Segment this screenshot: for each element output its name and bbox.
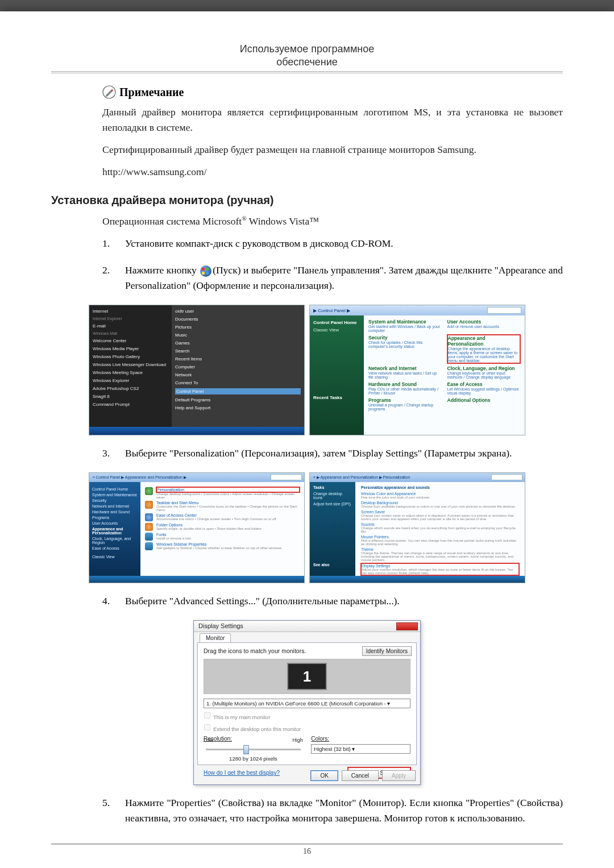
slider-thumb[interactable] bbox=[243, 745, 249, 754]
start-item[interactable]: Internet bbox=[93, 309, 168, 314]
pz-item[interactable]: SoundsChange which sounds are heard when… bbox=[361, 522, 519, 533]
start-item[interactable]: SnagIt 8 bbox=[93, 394, 168, 399]
pz-item[interactable]: ThemeChange the theme. Themes can change… bbox=[361, 547, 519, 562]
start-item[interactable]: Adobe Photoshop CS2 bbox=[93, 386, 168, 391]
task-link[interactable]: Change desktop icons bbox=[313, 492, 352, 500]
monitor-preview-area[interactable]: 1 bbox=[204, 659, 410, 694]
start-item[interactable]: Command Prompt bbox=[93, 402, 168, 407]
ap-item-desc: Accommodate low vision • Change screen r… bbox=[156, 517, 276, 521]
side-link[interactable]: Programs bbox=[92, 516, 138, 520]
identify-monitors-button[interactable]: Identify Monitors bbox=[362, 646, 412, 656]
start-option[interactable]: Recent Items bbox=[175, 356, 301, 362]
cp-category[interactable]: System and MaintenanceGet started with W… bbox=[368, 319, 442, 333]
cp-category[interactable]: SecurityCheck for updates / Check this c… bbox=[368, 335, 442, 363]
start-option[interactable]: Search bbox=[175, 348, 301, 354]
screenshots-step-2: Internet Internet Explorer E-mail Window… bbox=[51, 305, 563, 435]
resolution-slider[interactable]: Low High bbox=[204, 744, 303, 754]
cp-category[interactable]: Hardware and SoundPlay CDs or other medi… bbox=[368, 381, 442, 395]
start-item[interactable]: Windows Media Player bbox=[93, 346, 168, 351]
side-link[interactable]: Security bbox=[92, 499, 138, 502]
start-option[interactable]: Default Programs bbox=[175, 397, 301, 402]
ap-item[interactable]: Ease of Access CenterAccommodate low vis… bbox=[145, 513, 300, 521]
side-link[interactable]: Ease of Access bbox=[92, 546, 138, 550]
ap-item[interactable]: Folder OptionsSpecify single- or double-… bbox=[145, 523, 300, 531]
side-link[interactable]: Hardware and Sound bbox=[92, 510, 138, 514]
personalization-icon bbox=[145, 487, 153, 495]
dialog-footer: OK Cancel Apply bbox=[310, 770, 416, 781]
breadcrumb[interactable]: « ▶ Appearance and Personalization ▶ Per… bbox=[313, 475, 410, 480]
main-monitor-checkbox: This is my main monitor bbox=[204, 712, 410, 720]
cp-category[interactable]: Network and InternetView network status … bbox=[368, 366, 442, 379]
side-link[interactable]: Network and Internet bbox=[92, 504, 138, 508]
side-link[interactable]: Classic View bbox=[92, 555, 138, 559]
ap-item-personalization[interactable]: PersonalizationChange desktop background… bbox=[145, 487, 300, 499]
help-link[interactable]: How do I get the best display? bbox=[204, 770, 280, 776]
side-link[interactable]: System and Maintenance bbox=[92, 493, 138, 497]
dialog-title: Display Settings bbox=[198, 622, 243, 629]
pz-item[interactable]: Mouse PointersPick a different mouse poi… bbox=[361, 535, 519, 546]
checkbox bbox=[204, 712, 210, 719]
ok-button[interactable]: OK bbox=[310, 770, 338, 781]
ap-item[interactable]: Taskbar and Start MenuCustomize the Star… bbox=[145, 501, 300, 512]
step-5: 5. Нажмите "Properties" (Свойства) на вк… bbox=[102, 795, 563, 826]
resolution-label: Resolution: bbox=[204, 736, 303, 742]
search-input[interactable] bbox=[491, 474, 522, 480]
dialog-body: Drag the icons to match your monitors. I… bbox=[197, 642, 417, 765]
running-header: Используемое программное обеспечение bbox=[51, 43, 563, 68]
task-link[interactable]: Adjust font size (DPI) bbox=[313, 502, 352, 506]
pz-item[interactable]: Screen SaverChange your screen saver or … bbox=[361, 510, 519, 521]
note-paragraph-2: Сертифицированный драйвер будет размещен… bbox=[102, 142, 563, 157]
cp-category[interactable]: User AccountsAdd or remove user accounts bbox=[447, 319, 521, 333]
start-item[interactable]: Windows Live Messenger Download bbox=[93, 362, 168, 367]
ordered-steps: 1. Установите компакт-диск с руководство… bbox=[102, 236, 563, 293]
tab-monitor[interactable]: Monitor bbox=[200, 633, 231, 642]
start-option[interactable]: Help and Support bbox=[175, 405, 301, 410]
start-option[interactable]: Pictures bbox=[175, 325, 301, 330]
trademark-symbol: ™ bbox=[309, 215, 319, 227]
monitor-dropdown[interactable]: 1. (Multiple Monitors) on NVIDIA GeForce… bbox=[204, 699, 410, 708]
start-option[interactable]: Music bbox=[175, 333, 301, 338]
ap-item[interactable]: FontsInstall or remove a font bbox=[145, 533, 300, 541]
cp-category[interactable]: Ease of AccessLet Windows suggest settin… bbox=[447, 381, 521, 395]
start-item[interactable]: Welcome Center bbox=[93, 338, 168, 343]
start-item[interactable]: E-mail bbox=[93, 323, 168, 329]
os-mid: Windows Vista bbox=[247, 215, 309, 227]
start-option-control-panel[interactable]: Control Panel bbox=[175, 388, 301, 394]
side-link-current[interactable]: Appearance and Personalization bbox=[92, 527, 138, 535]
start-option[interactable]: Documents bbox=[175, 317, 301, 322]
side-link[interactable]: User Accounts bbox=[92, 521, 138, 525]
pz-item[interactable]: Desktop BackgroundChoose from available … bbox=[361, 501, 519, 508]
start-option[interactable]: oldtr user bbox=[175, 309, 301, 314]
start-option[interactable]: Network bbox=[175, 372, 301, 377]
pz-item[interactable]: Window Color and AppearanceFine tune the… bbox=[361, 492, 519, 499]
search-input[interactable] bbox=[271, 474, 302, 480]
breadcrumb[interactable]: ▶ Control Panel ▶ bbox=[313, 308, 350, 313]
ap-item-desc: Customize the Start menu • Customize ico… bbox=[156, 505, 300, 512]
monitor-thumbnail[interactable]: 1 bbox=[287, 663, 327, 690]
checkbox bbox=[204, 724, 210, 730]
close-icon[interactable] bbox=[396, 622, 418, 630]
start-item[interactable]: Windows Explorer bbox=[93, 378, 168, 383]
start-item[interactable]: Windows Meeting Space bbox=[93, 370, 168, 375]
ap-item[interactable]: Windows Sidebar PropertiesAdd gadgets to… bbox=[145, 542, 300, 550]
colors-dropdown[interactable]: Highest (32 bit) ▾ bbox=[311, 744, 410, 754]
fonts-icon bbox=[145, 533, 153, 541]
start-option[interactable]: Connect To bbox=[175, 380, 301, 385]
cancel-button[interactable]: Cancel bbox=[342, 770, 379, 781]
cp-category-appearance-highlighted[interactable]: Appearance and PersonalizationChange the… bbox=[447, 335, 521, 363]
start-item[interactable]: Windows Photo Gallery bbox=[93, 354, 168, 359]
classic-view-link[interactable]: Classic View bbox=[313, 327, 360, 333]
pz-item-display-settings-highlighted[interactable]: Display SettingsAdjust your monitor reso… bbox=[361, 563, 519, 575]
cp-category[interactable]: Additional Options bbox=[447, 397, 521, 411]
step-number: 5. bbox=[102, 795, 114, 826]
breadcrumb[interactable]: « Control Panel ▶ Appearance and Persona… bbox=[93, 475, 186, 480]
start-option[interactable]: Computer bbox=[175, 364, 301, 369]
cp-side-pane: Control Panel Home Classic View Recent T… bbox=[310, 315, 364, 435]
cp-category[interactable]: Clock, Language, and RegionChange keyboa… bbox=[447, 366, 521, 379]
side-link[interactable]: Clock, Language, and Region bbox=[92, 537, 138, 545]
registered-symbol: ® bbox=[242, 215, 247, 222]
search-input[interactable] bbox=[487, 307, 521, 314]
start-option[interactable]: Games bbox=[175, 340, 301, 346]
cp-category[interactable]: ProgramsUninstall a program / Change sta… bbox=[368, 397, 442, 411]
side-link[interactable]: Control Panel Home bbox=[92, 487, 138, 491]
